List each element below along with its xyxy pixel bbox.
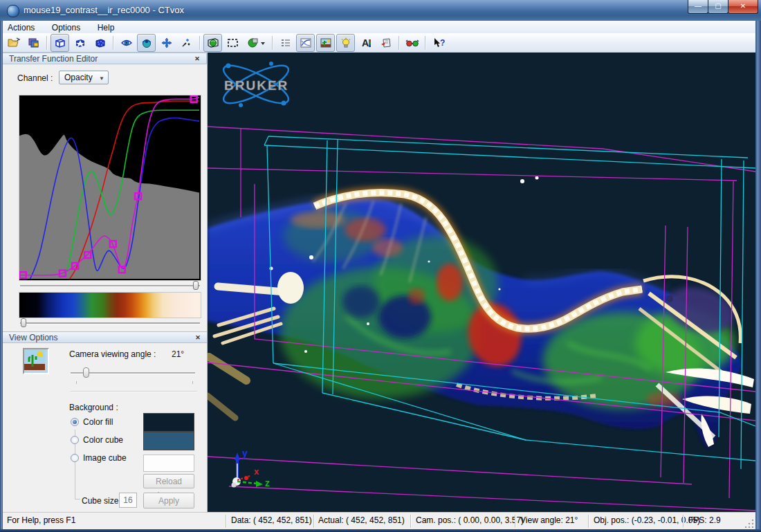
color-fill-label: Color fill: [83, 417, 113, 427]
view-options-close-icon[interactable]: ✕: [194, 333, 202, 342]
toolbar-separator: [425, 36, 425, 50]
radio-selected-icon[interactable]: [71, 418, 79, 426]
cube-size-label: Cube size: [82, 496, 118, 506]
cube-size-input[interactable]: 16: [119, 493, 137, 508]
transfer-function-editor-button[interactable]: [296, 34, 315, 52]
toolbar-separator: [272, 36, 273, 50]
status-separator: [226, 515, 226, 528]
menu-bar: Actions Options Help: [1, 21, 760, 34]
slider-thumb[interactable]: [193, 281, 199, 290]
axis-indicator: y x z: [232, 448, 271, 488]
movie-maker-button[interactable]: [376, 34, 395, 52]
dock-panel-area: Transfer Function Editor ✕ Channel : Opa…: [3, 53, 208, 512]
menu-help[interactable]: Help: [91, 21, 122, 34]
image-cube-radio-row[interactable]: Image cube: [71, 453, 127, 463]
app-window: mouse19_contrast__ir_rec0000 - CTvox — ▢…: [0, 0, 761, 532]
menu-actions[interactable]: Actions: [1, 21, 42, 34]
slider-track[interactable]: [20, 322, 200, 324]
render-cube-full-button[interactable]: [91, 34, 109, 52]
slider-track[interactable]: [20, 285, 200, 286]
toolbar: A ?: [1, 33, 760, 53]
close-button[interactable]: ✕: [728, 0, 758, 14]
status-camera-position: Cam. pos.: ( 0.00, 0.00, 3.57): [416, 515, 524, 525]
slider-tick: [192, 381, 193, 384]
svg-text:x: x: [254, 466, 259, 477]
radio-icon[interactable]: [71, 454, 79, 462]
separator: [71, 391, 197, 392]
slider-thumb[interactable]: [21, 318, 26, 327]
reload-image-button[interactable]: Reload image: [143, 474, 194, 488]
maximize-button[interactable]: ▢: [708, 0, 728, 14]
window-border[interactable]: [755, 21, 761, 529]
status-object-position: Obj. pos.: (-0.23, -0.01, 0.05): [594, 515, 700, 525]
camera-angle-value: 21°: [172, 349, 184, 359]
view-options-header[interactable]: View Options ✕: [3, 331, 208, 343]
svg-text:z: z: [265, 477, 270, 488]
stereo-view-button[interactable]: [403, 34, 421, 52]
color-gradient-bar[interactable]: [19, 292, 201, 318]
range-slider-top[interactable]: [19, 281, 201, 290]
context-help-button[interactable]: ?: [429, 34, 448, 52]
status-actual-size: Actual: ( 452, 452, 851): [318, 515, 405, 525]
svg-text:?: ?: [440, 38, 445, 48]
toolbar-separator: [113, 36, 113, 50]
resize-grip-icon[interactable]: [745, 519, 754, 528]
cutaway-button[interactable]: [244, 34, 268, 52]
image-cube-label: Image cube: [83, 453, 127, 463]
slider-thumb[interactable]: [83, 367, 89, 378]
view-options-button[interactable]: [316, 34, 335, 52]
clipping-box-button[interactable]: [223, 34, 242, 52]
menu-options[interactable]: Options: [45, 21, 87, 34]
view-options-title: View Options: [9, 333, 57, 342]
bruker-logo-text: BRUKER: [224, 78, 288, 93]
channel-value: Opacity: [64, 73, 93, 82]
view-mode-button[interactable]: [117, 34, 136, 52]
range-slider-bottom[interactable]: [19, 318, 201, 327]
background-label: Background :: [69, 403, 118, 412]
examine-mode-button[interactable]: [137, 34, 156, 52]
window-title: mouse19_contrast__ir_rec0000 - CTvox: [24, 5, 184, 15]
image-cube-path-field[interactable]: [143, 455, 194, 472]
radio-icon[interactable]: [71, 436, 79, 444]
slider-track[interactable]: [71, 372, 195, 374]
save-images-button[interactable]: [24, 34, 43, 52]
render-viewport[interactable]: BRUKER y x z: [208, 53, 755, 512]
annotations-button[interactable]: A: [356, 34, 375, 52]
status-view-angle: View angle: 21°: [520, 515, 578, 525]
camera-angle-label: Camera viewing angle :: [69, 349, 156, 359]
status-separator: [515, 515, 515, 528]
color-cube-swatch[interactable]: [143, 432, 194, 450]
open-dataset-button[interactable]: [4, 34, 23, 52]
toolbar-separator: [398, 36, 399, 50]
status-separator: [410, 515, 411, 528]
status-separator: [313, 515, 314, 528]
color-fill-swatch[interactable]: [143, 413, 194, 432]
chevron-down-icon: ▼: [99, 75, 104, 82]
tfe-close-icon[interactable]: ✕: [193, 55, 201, 63]
channel-label: Channel :: [17, 73, 53, 83]
minimize-button[interactable]: —: [688, 0, 708, 14]
status-help: For Help, press F1: [7, 515, 75, 525]
pan-mode-button[interactable]: [157, 34, 176, 52]
show-volume-button[interactable]: [203, 34, 222, 52]
apply-button[interactable]: Apply: [143, 493, 194, 508]
render-cube-fast-button[interactable]: [71, 34, 89, 52]
color-fill-radio-row[interactable]: Color fill: [71, 417, 113, 427]
render-cube-outline-button[interactable]: [51, 34, 69, 52]
center-object-button[interactable]: [177, 34, 196, 52]
color-cube-radio-row[interactable]: Color cube: [71, 435, 123, 445]
status-data-size: Data: ( 452, 452, 851): [231, 515, 312, 525]
svg-text:y: y: [242, 448, 248, 459]
dataset-list-button[interactable]: [276, 34, 295, 52]
color-cube-label: Color cube: [83, 435, 123, 445]
status-separator: [683, 515, 684, 528]
transfer-function-chart[interactable]: [19, 95, 201, 281]
title-bar[interactable]: mouse19_contrast__ir_rec0000 - CTvox — ▢…: [0, 0, 761, 21]
camera-angle-slider[interactable]: [71, 367, 195, 378]
lighting-button[interactable]: [336, 34, 355, 52]
channel-dropdown[interactable]: Opacity ▼: [59, 71, 109, 84]
window-border: [0, 529, 761, 532]
status-bar: For Help, press F1 Data: ( 452, 452, 851…: [3, 512, 755, 530]
app-icon: [7, 5, 19, 17]
tfe-panel-header[interactable]: Transfer Function Editor ✕: [3, 53, 207, 64]
